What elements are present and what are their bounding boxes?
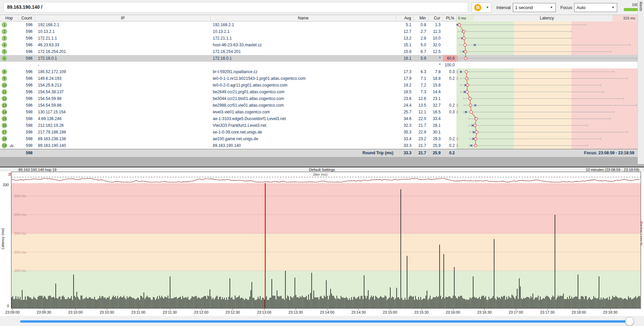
scrollbar-track-bar[interactable] (20, 320, 628, 323)
min-cell: 6.3 (414, 68, 429, 75)
pl-cell (443, 28, 456, 35)
cur-cell: 23.1 (429, 95, 443, 102)
time-axis: 23:09:0023:09:3023:10:0023:10:3023:11:00… (0, 309, 644, 316)
latency-cell (456, 135, 638, 142)
hop-row[interactable]: 259610.13.2.110.13.2.112.72.711.3 (0, 28, 638, 35)
hop-row[interactable]: 6596172.16.0.1172.16.0.116.15.9*60.6 (0, 55, 638, 62)
timeline-plot[interactable]: Jitter (ms) 300 ms250 ms200 ms150 ms100 … (11, 172, 641, 309)
timeline-scrollbar[interactable] (0, 316, 644, 326)
pl-cell (443, 115, 456, 122)
min-cell: 22.9 (414, 129, 429, 135)
name-cell: 172.21.1.1 (211, 35, 396, 42)
hop-row[interactable]: 16598212.162.19.26VtelJO3.Frankfurt1.Lev… (0, 122, 638, 129)
header-latency[interactable]: 0 ms Latency 315 ms (456, 15, 638, 22)
table-body: 1596192.168.2.1192.168.2.15.10.81.325961… (0, 21, 638, 149)
ip-cell: 192.168.2.1 (35, 21, 211, 28)
pause-dropdown-button[interactable]: ▼ (484, 2, 492, 13)
latency-cell (456, 102, 638, 109)
latency-cell (456, 42, 638, 48)
header-ip[interactable]: IP (35, 15, 211, 22)
hop-row[interactable]: 13596154.54.59.86be2988.ccr51.vie01.atla… (0, 102, 638, 109)
avg-cell: 33.3 (396, 142, 414, 149)
hop-number-badge: 8 (2, 69, 7, 74)
focus-value: Auto (577, 5, 586, 10)
target-title: 89.163.190.140 / (7, 4, 42, 10)
hop-row[interactable]: 1596192.168.2.1192.168.2.15.10.81.3 (0, 21, 638, 28)
latency-cell (456, 89, 638, 95)
count-cell: 596 (18, 28, 35, 35)
hop-number-badge: 1 (2, 22, 7, 28)
hop-row[interactable]: 155984.69.136.246ae-1-3103.edge5.Dusseld… (0, 115, 638, 122)
pl-cell: 0.2 (443, 142, 456, 149)
ip-cell: 185.52.172.109 (35, 68, 211, 75)
count-cell: 596 (18, 75, 35, 82)
ip-cell: 212.162.19.26 (35, 122, 211, 129)
hop-cell: 14 (0, 109, 18, 115)
scrollbar-thumb[interactable] (625, 317, 634, 326)
cur-cell: 29.3 (429, 135, 443, 142)
header-count[interactable]: Count (18, 15, 35, 22)
hop-number-badge: 6 (2, 56, 7, 61)
avg-cell: 15.8 (396, 48, 414, 55)
timeline-header: 89.163.190.140 hop 19 Default Settings 1… (0, 167, 644, 172)
alerts-side-tab[interactable]: Alerts (638, 0, 644, 164)
header-min[interactable]: Min (414, 15, 429, 22)
hop-row[interactable]: -*100.0 (0, 62, 638, 68)
hop-row[interactable]: 12596154.54.59.98be3044.ccr21.bts01.atla… (0, 95, 638, 102)
section-divider[interactable] (0, 157, 644, 167)
ip-cell: 154.25.6.213 (35, 82, 211, 89)
interval-select[interactable]: 1 second▼ (513, 3, 556, 12)
time-tick-label: 23:18:00 (572, 310, 586, 314)
hop-row[interactable]: 10596154.25.6.213te0-0-2-0.agr11.prg01.a… (0, 82, 638, 89)
pl-cell: 100.0 (443, 62, 456, 68)
hop-row[interactable]: 3596172.21.1.1172.21.1.113.22.810.0 (0, 35, 638, 42)
count-cell: 598 (18, 122, 35, 129)
target-address-bar[interactable]: 89.163.190.140 / (3, 2, 468, 12)
hop-row[interactable]: 459646.23.63.33host-46-23-63-33.maxtel.c… (0, 42, 638, 48)
hop-row[interactable]: 9596149.6.24.193te0-0-1-1.nr11.b021543-1… (0, 75, 638, 82)
ip-cell: 149.6.24.193 (35, 75, 211, 82)
count-cell: 598 (18, 129, 35, 135)
ip-cell: 172.21.1.1 (35, 35, 211, 42)
latency-title: Latency (456, 15, 637, 21)
avg-cell: 34.6 (396, 115, 414, 122)
hop-cell: 2 (0, 28, 18, 35)
pause-button[interactable] (472, 2, 484, 13)
hop-row[interactable]: 17598217.79.186.198xe-1-0-39.core.net.un… (0, 129, 638, 135)
hop-number-badge: 10 (2, 83, 7, 88)
hop-cell: 8 (0, 68, 18, 75)
hop-row[interactable]: 1959889.163.190.14089.163.190.14033.321.… (0, 142, 638, 149)
header-avg[interactable]: Avg (396, 15, 414, 22)
count-cell: 596 (18, 48, 35, 55)
hop-row[interactable]: 5596172.16.254.201172.16.254.20115.86.71… (0, 48, 638, 55)
header-hop[interactable]: Hop (0, 15, 18, 22)
time-tick-label: 23:14:00 (320, 310, 334, 314)
name-cell: be2988.ccr51.vie01.atlas.cogentco.com (211, 102, 396, 109)
min-cell: 13.5 (414, 102, 429, 109)
avg-cell: 15.1 (396, 42, 414, 48)
hop-row[interactable]: 14598130.117.15.154level3.vie01.atlas.co… (0, 109, 638, 115)
interval-value: 1 second (515, 5, 533, 10)
count-cell (18, 62, 35, 68)
hop-row[interactable]: 11596154.54.38.137be2649.ccr21.prg01.atl… (0, 89, 638, 95)
hop-row[interactable]: 8596185.52.172.109br-t-5920t1.ispallianc… (0, 68, 638, 75)
min-cell: 5.9 (414, 55, 429, 62)
hop-number-badge: 18 (2, 136, 7, 142)
pl-cell (443, 48, 456, 55)
svg-text:250 ms: 250 ms (14, 213, 27, 217)
hop-row[interactable]: 1859889.163.236.138ae100.game.net.unigs.… (0, 135, 638, 142)
avg-cell (396, 62, 414, 68)
header-name[interactable]: Name (211, 15, 396, 22)
hop-cell: 18 (0, 135, 18, 142)
time-tick-label: 23:10:30 (100, 310, 114, 314)
focus-select[interactable]: Auto▼ (574, 3, 617, 12)
name-cell: level3.vie01.atlas.cogentco.com (211, 109, 396, 115)
header-pl[interactable]: PL% (443, 15, 456, 22)
hop-number-badge: 13 (2, 103, 7, 108)
timeline-range-label: 10 minutes (23:08:59 - 23:18:59) (586, 168, 639, 172)
name-cell: ae100.game.net.unigs.de (211, 135, 396, 142)
latency-cell (456, 82, 638, 89)
count-cell: 598 (18, 109, 35, 115)
header-cur[interactable]: Cur (429, 15, 443, 22)
latency-cell (456, 35, 638, 42)
